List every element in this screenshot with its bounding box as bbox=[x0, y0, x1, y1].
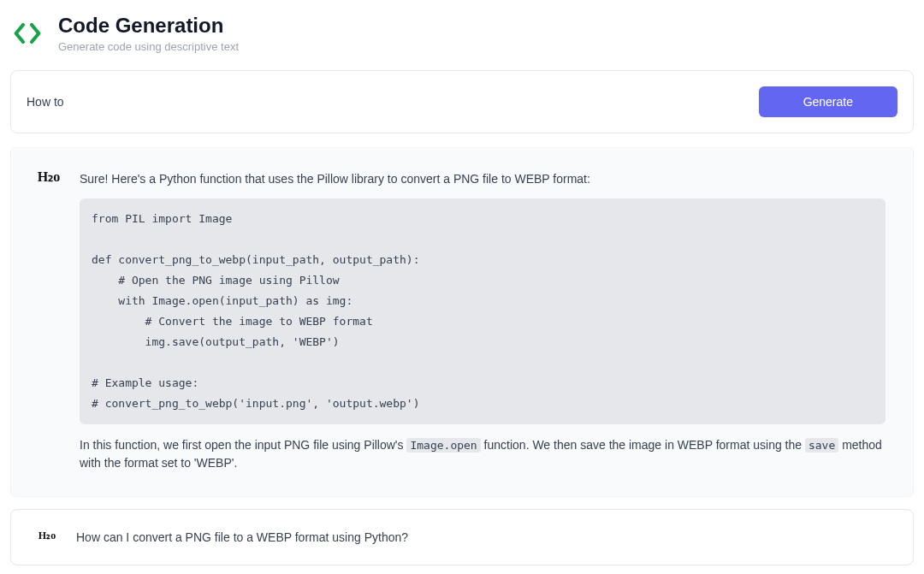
response-intro-text: Sure! Here's a Python function that uses… bbox=[80, 170, 886, 188]
history-prompt-text: How can I convert a PNG file to a WEBP f… bbox=[76, 530, 408, 544]
history-avatar: H₂o bbox=[37, 525, 57, 546]
assistant-avatar: H₂o bbox=[38, 167, 59, 187]
code-icon bbox=[10, 16, 44, 50]
page-subtitle: Generate code using descriptive text bbox=[58, 40, 239, 53]
generate-button[interactable]: Generate bbox=[759, 86, 897, 117]
prompt-input-card: Generate bbox=[10, 70, 914, 133]
inline-code: save bbox=[805, 438, 838, 453]
prompt-input[interactable] bbox=[27, 95, 759, 109]
inline-code: Image.open bbox=[406, 438, 480, 453]
history-item-card[interactable]: H₂o How can I convert a PNG file to a WE… bbox=[10, 509, 914, 565]
page-title: Code Generation bbox=[58, 14, 239, 38]
page-header: Code Generation Generate code using desc… bbox=[10, 10, 914, 60]
response-code-block: from PIL import Image def convert_png_to… bbox=[80, 198, 886, 424]
response-outro-text: In this function, we first open the inpu… bbox=[80, 436, 886, 472]
ai-response-card: H₂o Sure! Here's a Python function that … bbox=[10, 147, 914, 497]
